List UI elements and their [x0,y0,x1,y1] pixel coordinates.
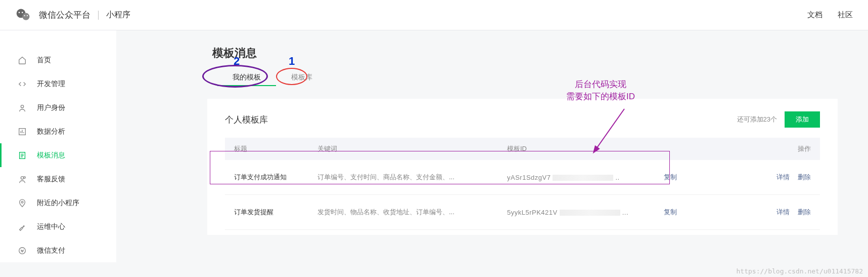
row-template-id: 5yykL5rPK421V... [507,209,664,216]
sidebar-item-label: 开发管理 [37,80,65,89]
row-title: 订单支付成功通知 [234,173,317,182]
sidebar-item-label: 首页 [37,56,51,65]
id-masked-icon [553,175,613,181]
detail-link[interactable]: 详情 [776,173,790,182]
svg-point-1 [22,13,29,20]
sub-platform-name: 小程序 [106,10,130,20]
table-header: 标题 关键词 模板ID 操作 [225,138,820,160]
table-row: 订单支付成功通知 订单编号、支付时间、商品名称、支付金额、... yASr1Sd… [225,160,820,195]
sidebar-item-label: 模板消息 [37,151,65,160]
template-panel: 个人模板库 还可添加23个 添加 标题 关键词 模板ID 操作 订单支付成功通知… [207,99,838,235]
sidebar-item-label: 微信支付 [37,246,65,255]
col-header-keywords: 关键词 [317,144,507,153]
tab-label: 我的模板 [233,73,261,81]
sidebar-item-template[interactable]: 模板消息 [0,143,116,167]
col-header-copy [664,144,724,153]
copy-link[interactable]: 复制 [664,208,724,217]
row-ops: 详情 删除 [724,208,811,217]
detail-link[interactable]: 详情 [776,208,790,217]
chart-icon [18,127,27,136]
sidebar-item-dev[interactable]: 开发管理 [0,72,116,96]
tab-my-templates[interactable]: 我的模板 2 [217,70,276,86]
sidebar-item-label: 用户身份 [37,103,65,112]
sidebar-item-feedback[interactable]: 客服反馈 [0,167,116,191]
svg-point-9 [21,176,23,179]
sidebar-item-user[interactable]: 用户身份 [0,96,116,120]
row-template-id: yASr1SdzgV7.. [507,174,664,181]
tab-label: 模板库 [291,73,312,81]
wechat-logo-icon [15,7,31,23]
panel-header: 个人模板库 还可添加23个 添加 [225,111,820,128]
tabs: 我的模板 2 模板库 1 [217,70,838,86]
svg-point-10 [24,176,26,178]
svg-point-2 [19,12,20,13]
delete-link[interactable]: 删除 [798,173,811,182]
quota-text: 还可添加23个 [737,115,777,124]
col-header-op: 操作 [724,144,811,153]
sidebar-item-analytics[interactable]: 数据分析 [0,120,116,143]
header-left: 微信公众平台 小程序 [15,7,130,23]
id-masked-icon [560,210,620,216]
svg-point-4 [24,15,25,16]
row-keywords: 发货时间、物品名称、收货地址、订单编号、... [317,208,507,217]
row-keywords: 订单编号、支付时间、商品名称、支付金额、... [317,173,507,182]
panel-title: 个人模板库 [225,114,268,126]
location-icon [18,199,27,208]
page-title: 模板消息 [212,46,838,61]
sidebar-item-label: 数据分析 [37,127,65,136]
row-ops: 详情 删除 [724,173,811,182]
code-icon [18,80,27,89]
tab-template-library[interactable]: 模板库 1 [276,70,328,86]
feedback-icon [18,175,27,184]
platform-name: 微信公众平台 [39,9,90,21]
delete-link[interactable]: 删除 [798,208,811,217]
row-title: 订单发货提醒 [234,208,317,217]
wrench-icon [18,222,27,231]
home-icon [18,56,27,65]
sidebar-item-label: 附近的小程序 [37,199,79,208]
svg-point-3 [22,12,23,13]
header-link-docs[interactable]: 文档 [807,10,823,20]
header-link-community[interactable]: 社区 [838,10,853,20]
sidebar-item-nearby[interactable]: 附近的小程序 [0,191,116,215]
header-right: 文档 社区 [807,10,853,20]
pay-icon [18,246,27,255]
panel-header-right: 还可添加23个 添加 [737,111,820,128]
sidebar-item-home[interactable]: 首页 [0,48,116,72]
sidebar-item-pay[interactable]: 微信支付 [0,239,116,262]
sidebar-item-label: 客服反馈 [37,175,65,184]
header-divider [98,11,99,20]
user-icon [18,103,27,112]
top-header: 微信公众平台 小程序 文档 社区 [0,0,868,30]
table-row: 订单发货提醒 发货时间、物品名称、收货地址、订单编号、... 5yykL5rPK… [225,195,820,230]
copy-link[interactable]: 复制 [664,173,724,182]
col-header-id: 模板ID [507,144,664,153]
svg-point-11 [21,201,23,203]
main-content: 模板消息 我的模板 2 模板库 1 个人模板库 还可添加23个 添加 [116,30,868,262]
template-icon [18,151,27,160]
col-header-title: 标题 [234,144,317,153]
add-button[interactable]: 添加 [785,111,820,128]
sidebar: 首页 开发管理 用户身份 数据分析 模板消息 客服反馈 附近的小程序 运维中心 [0,30,116,262]
svg-point-6 [21,105,23,107]
sidebar-item-ops[interactable]: 运维中心 [0,215,116,239]
sidebar-item-label: 运维中心 [37,222,65,231]
svg-point-5 [27,15,28,16]
